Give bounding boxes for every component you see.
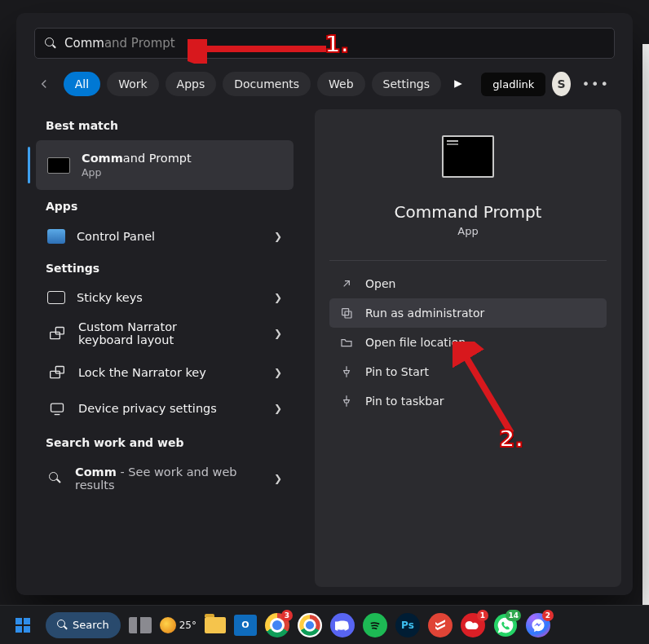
- badge-count: 1: [477, 610, 488, 621]
- chevron-right-icon: ❯: [274, 367, 282, 378]
- action-run-as-administrator[interactable]: Run as administrator: [329, 298, 607, 328]
- svg-rect-5: [342, 309, 349, 315]
- taskbar-spotify[interactable]: [363, 613, 387, 637]
- tab-work[interactable]: Work: [107, 72, 158, 96]
- folder-icon: [339, 335, 354, 350]
- taskbar-weather[interactable]: 25°: [160, 617, 196, 633]
- result-device-privacy[interactable]: Device privacy settings ❯: [36, 390, 294, 426]
- open-external-icon: [339, 276, 354, 291]
- account-pill[interactable]: gladlink: [481, 73, 545, 96]
- back-button[interactable]: [34, 71, 54, 97]
- result-control-panel[interactable]: Control Panel ❯: [36, 221, 294, 252]
- result-sticky-keys[interactable]: Sticky keys ❯: [36, 283, 294, 312]
- pin-icon: [339, 364, 354, 379]
- svg-rect-2: [51, 371, 60, 377]
- tab-settings[interactable]: Settings: [372, 72, 441, 96]
- svg-rect-4: [51, 404, 64, 412]
- best-match-result[interactable]: Command Prompt App: [36, 140, 294, 190]
- privacy-icon: [47, 399, 67, 418]
- annotation-step-1: 1.: [324, 31, 349, 58]
- pin-icon: [339, 394, 354, 408]
- preview-app-title: Command Prompt: [395, 202, 542, 222]
- action-pin-to-start[interactable]: Pin to Start: [329, 357, 607, 386]
- section-best-match: Best match: [28, 109, 302, 140]
- taskbar-chrome[interactable]: 3: [265, 613, 289, 637]
- command-prompt-thumbnail[interactable]: [442, 135, 494, 178]
- search-icon: [47, 470, 64, 487]
- chevron-right-icon: ❯: [274, 328, 282, 339]
- taskbar-whatsapp[interactable]: 14: [493, 613, 518, 637]
- svg-rect-6: [345, 311, 351, 318]
- result-lock-narrator-key[interactable]: Lock the Narrator key ❯: [36, 355, 294, 390]
- chevron-right-icon: ❯: [274, 231, 282, 242]
- taskbar-outlook[interactable]: O: [234, 615, 257, 636]
- narrator-keyboard-icon: [47, 324, 67, 343]
- weather-sun-icon: [160, 617, 176, 633]
- windows-logo-icon: [15, 618, 30, 633]
- command-prompt-icon: [47, 157, 70, 174]
- search-typed-text: Comm: [64, 36, 104, 51]
- search-icon: [45, 37, 56, 49]
- action-pin-to-taskbar[interactable]: Pin to taskbar: [329, 386, 607, 416]
- badge-count: 14: [506, 610, 521, 621]
- section-apps: Apps: [28, 190, 302, 221]
- svg-rect-0: [51, 332, 60, 338]
- tab-apps[interactable]: Apps: [166, 72, 217, 96]
- tab-web[interactable]: Web: [317, 72, 365, 96]
- action-open-file-location[interactable]: Open file location: [329, 328, 607, 357]
- search-autocomplete-text: and Prompt: [104, 36, 175, 51]
- control-panel-icon: [47, 229, 65, 244]
- section-settings: Settings: [28, 252, 302, 283]
- taskbar-discord[interactable]: [330, 613, 355, 637]
- selection-accent: [28, 147, 30, 183]
- best-match-subtitle: App: [82, 166, 192, 179]
- taskbar-photoshop[interactable]: Ps: [395, 613, 420, 637]
- admin-shield-icon: [339, 306, 354, 320]
- taskbar-chrome-alt[interactable]: [298, 613, 322, 637]
- start-button[interactable]: [8, 611, 38, 640]
- chevron-right-icon: ❯: [274, 473, 282, 484]
- task-view-button[interactable]: [129, 617, 152, 633]
- taskbar-search[interactable]: Search: [46, 612, 121, 638]
- action-open[interactable]: Open: [329, 269, 607, 298]
- avatar[interactable]: S: [552, 72, 570, 96]
- result-custom-narrator-keyboard[interactable]: Custom Narrator keyboard layout ❯: [36, 312, 294, 355]
- badge-count: 2: [542, 610, 554, 621]
- taskbar-creative-cloud[interactable]: 1: [461, 613, 485, 637]
- chevron-right-icon: ❯: [274, 292, 282, 303]
- tab-all[interactable]: All: [64, 72, 100, 96]
- windows-search-panel: Command Prompt All Work Apps Documents W…: [16, 13, 633, 595]
- result-search-work-web[interactable]: Comm - See work and web results ❯: [36, 457, 294, 500]
- panel-more-menu[interactable]: •••: [577, 77, 615, 92]
- section-search-work-web: Search work and web: [28, 426, 302, 457]
- results-left-column: Best match Command Prompt App Apps Contr…: [28, 109, 302, 587]
- divider: [329, 260, 607, 261]
- best-match-title: Command Prompt: [82, 152, 192, 165]
- taskbar-todoist[interactable]: [428, 613, 453, 637]
- search-icon: [57, 620, 68, 630]
- taskbar: Search 25° O 3 Ps 1 14 2: [0, 605, 649, 644]
- more-tabs-button[interactable]: [448, 70, 468, 98]
- preview-app-type: App: [457, 225, 478, 237]
- annotation-step-2: 2.: [499, 426, 523, 452]
- keyboard-icon: [47, 291, 65, 304]
- badge-count: 3: [281, 610, 293, 621]
- filter-tabs-row: All Work Apps Documents Web Settings gla…: [16, 70, 633, 109]
- sww-title: Comm - See work and web results: [75, 465, 238, 492]
- taskbar-file-explorer[interactable]: [205, 617, 226, 633]
- narrator-lock-icon: [47, 363, 67, 382]
- taskbar-messenger[interactable]: 2: [526, 613, 550, 637]
- tab-documents[interactable]: Documents: [223, 72, 311, 96]
- background-window-right-edge: [642, 44, 649, 607]
- chevron-right-icon: ❯: [274, 403, 282, 414]
- result-preview-pane: Command Prompt App Open Run as administr…: [315, 109, 621, 587]
